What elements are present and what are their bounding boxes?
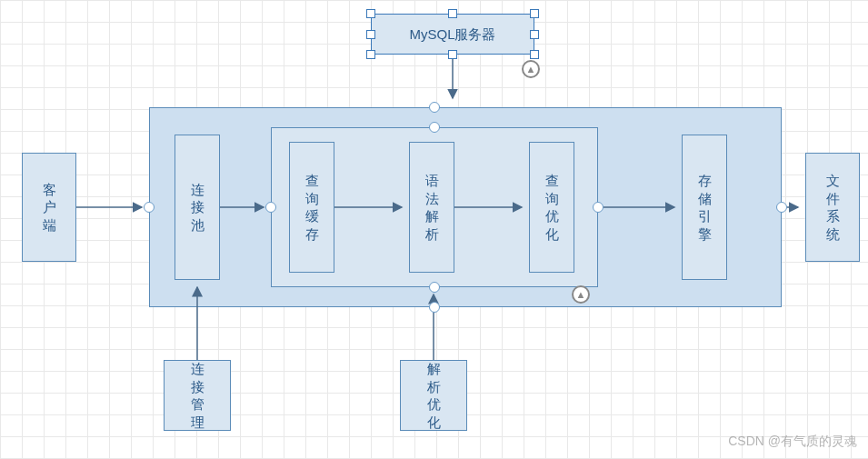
- query-opt-label: 查询优化: [544, 172, 560, 243]
- syntax-parse-box[interactable]: 语法解析: [409, 142, 454, 273]
- watermark: CSDN @有气质的灵魂: [728, 434, 857, 450]
- connection-pool-box[interactable]: 连接池: [175, 135, 220, 280]
- inner-port-right[interactable]: [593, 202, 604, 213]
- handle-ne[interactable]: [530, 9, 539, 18]
- handle-w[interactable]: [366, 30, 375, 39]
- port-bottom[interactable]: [429, 302, 440, 313]
- query-cache-label: 查询缓存: [304, 172, 320, 243]
- conn-pool-label: 连接池: [189, 181, 205, 234]
- container-style-icon[interactable]: ▲: [572, 285, 590, 304]
- inner-port-left[interactable]: [265, 202, 276, 213]
- title-label: MySQL服务器: [409, 25, 495, 44]
- storage-label: 存储引擎: [696, 172, 713, 243]
- parse-opt-label: 解析优化: [425, 360, 442, 431]
- handle-se[interactable]: [530, 50, 539, 59]
- inner-port-top[interactable]: [429, 122, 440, 133]
- handle-sw[interactable]: [366, 50, 375, 59]
- query-optimize-box[interactable]: 查询优化: [529, 142, 574, 273]
- style-toggle-icon[interactable]: ▲: [522, 60, 540, 78]
- client-label: 客户端: [41, 181, 57, 234]
- inner-port-bottom[interactable]: [429, 282, 440, 293]
- parse-optimize-label-box[interactable]: 解析优化: [400, 360, 467, 431]
- conn-mgmt-label: 连接管理: [189, 360, 205, 431]
- file-system-box[interactable]: 文件系统: [805, 153, 860, 262]
- handle-e[interactable]: [530, 30, 539, 39]
- port-right[interactable]: [776, 202, 787, 213]
- port-top[interactable]: [429, 102, 440, 113]
- file-label: 文件系统: [824, 172, 841, 243]
- handle-n[interactable]: [448, 9, 457, 18]
- client-box[interactable]: 客户端: [22, 153, 76, 262]
- query-cache-box[interactable]: 查询缓存: [289, 142, 334, 273]
- connection-management-box[interactable]: 连接管理: [164, 360, 231, 431]
- port-left[interactable]: [144, 202, 155, 213]
- syntax-parse-label: 语法解析: [424, 172, 440, 243]
- title-box[interactable]: MySQL服务器: [371, 14, 534, 55]
- storage-engine-box[interactable]: 存储引擎: [682, 135, 727, 280]
- handle-s[interactable]: [448, 50, 457, 59]
- handle-nw[interactable]: [366, 9, 375, 18]
